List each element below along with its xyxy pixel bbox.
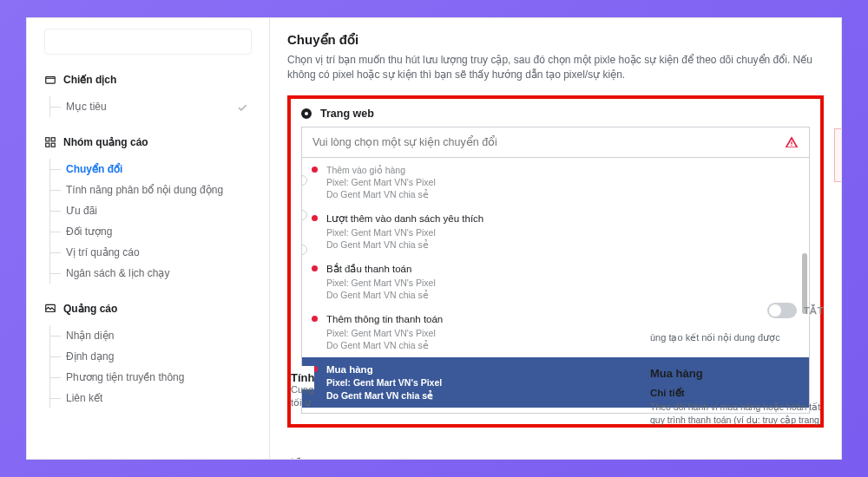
svg-rect-2: [51, 138, 55, 141]
purchase-subtitle: Chi tiết: [650, 387, 824, 399]
left-sidebar: Chiến dịch Mục tiêu Nhóm quảng cáo Chuyể…: [27, 18, 270, 459]
sidebar-section-adset: Nhóm quảng cáo Chuyển đổiTính năng phân …: [44, 133, 252, 284]
sidebar-section-ad: Quảng cáo Nhận diệnĐịnh dạngPhương tiện …: [44, 299, 252, 408]
purchase-title: Mua hàng: [650, 367, 824, 380]
dynamic-creative-panel: TẮT ùng tạo kết nối nội dung được: [650, 303, 824, 343]
folder-icon: [44, 74, 56, 86]
cut-section-offer-label: Ưu c: [291, 451, 317, 459]
tree-campaign: Mục tiêu: [49, 96, 252, 117]
radio-selected-icon: [301, 108, 312, 119]
toggle-state-label: TẮT: [804, 305, 824, 317]
dropdown-placeholder: Vui lòng chọn một sự kiện chuyển đổi: [312, 135, 497, 148]
tree-ad: Nhận diệnĐịnh dạngPhương tiện truyền thô…: [49, 325, 252, 408]
search-placeholder-box[interactable]: [44, 29, 252, 55]
red-dot-icon: [312, 265, 318, 271]
conversion-event-option[interactable]: Lượt thêm vào danh sách yêu thíchPixel: …: [302, 206, 809, 257]
sidebar-item[interactable]: Ưu đãi: [50, 200, 252, 221]
sidebar-header-campaign[interactable]: Chiến dịch: [44, 70, 252, 89]
sidebar-item[interactable]: Nhận diện: [50, 325, 252, 346]
sidebar-item[interactable]: Đối tượng: [50, 221, 252, 242]
cut-section-feature-sub: Cung tối ư: [291, 383, 327, 410]
red-dot-icon: [312, 215, 318, 221]
conversion-event-option[interactable]: Bắt đầu thanh toánPixel: Gent Mart VN's …: [302, 257, 809, 307]
sidebar-item[interactable]: Chuyển đổi: [50, 159, 252, 180]
purchase-description: Theo dõi hành vi mua hàng hoặc hoàn tất …: [650, 401, 824, 426]
conversion-event-dropdown[interactable]: Vui lòng chọn một sự kiện chuyển đổi: [301, 127, 810, 158]
conversion-missing-alert: Thiếu sự kiện chuyển đổi. Vui lòng chọn …: [834, 128, 841, 183]
sidebar-header-label: Quảng cáo: [63, 303, 117, 315]
warning-triangle-icon: [785, 135, 799, 149]
app-frame: Chiến dịch Mục tiêu Nhóm quảng cáo Chuyể…: [26, 17, 842, 460]
sidebar-item[interactable]: Tính năng phân bổ nội dung động: [50, 180, 252, 200]
svg-rect-3: [46, 143, 49, 147]
conversion-event-option[interactable]: Thêm vào giỏ hàngPixel: Gent Mart VN's P…: [302, 158, 809, 207]
tree-adset: Chuyển đổiTính năng phân bổ nội dung độn…: [49, 159, 252, 284]
svg-rect-1: [46, 138, 49, 141]
page-description: Chọn vị trí bạn muốn thu hút lưu lượng t…: [287, 53, 824, 83]
sidebar-header-ad[interactable]: Quảng cáo: [44, 299, 252, 318]
red-dot-icon: [312, 167, 318, 173]
sidebar-item[interactable]: Định dạng: [50, 346, 252, 367]
sidebar-item[interactable]: Liên kết: [50, 388, 252, 408]
dynamic-creative-desc: ùng tạo kết nối nội dung được: [650, 332, 824, 343]
sidebar-header-adset[interactable]: Nhóm quảng cáo: [44, 133, 252, 152]
sidebar-item[interactable]: Ngân sách & lịch chạy: [50, 263, 252, 284]
svg-rect-0: [46, 77, 56, 84]
sidebar-section-campaign: Chiến dịch Mục tiêu: [44, 70, 252, 117]
purchase-info-panel: Mua hàng Chi tiết Theo dõi hành vi mua h…: [650, 367, 824, 426]
dynamic-creative-toggle[interactable]: [767, 303, 797, 318]
sidebar-header-label: Nhóm quảng cáo: [63, 136, 148, 148]
image-icon: [44, 303, 56, 315]
main-panel: Chuyển đổi Chọn vị trí bạn muốn thu hút …: [270, 18, 841, 459]
page-title: Chuyển đổi: [287, 32, 824, 48]
destination-radio-website[interactable]: Trang web: [301, 108, 810, 120]
red-dot-icon: [312, 316, 318, 322]
grid-icon: [44, 136, 56, 148]
sidebar-header-label: Chiến dịch: [63, 74, 116, 86]
sidebar-item[interactable]: Phương tiện truyền thông: [50, 367, 252, 388]
sidebar-item[interactable]: Mục tiêu: [50, 96, 252, 117]
svg-rect-4: [51, 143, 55, 147]
sidebar-item[interactable]: Vị trí quảng cáo: [50, 242, 252, 263]
check-icon: [236, 101, 248, 116]
radio-label: Trang web: [320, 108, 374, 120]
